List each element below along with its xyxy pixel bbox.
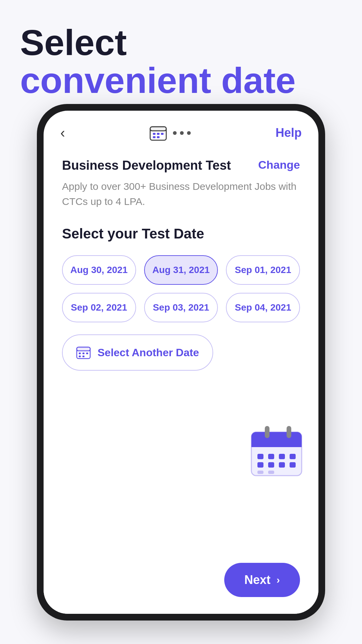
svg-rect-5	[161, 133, 164, 135]
next-label: Next	[244, 573, 270, 587]
svg-rect-28	[290, 462, 296, 468]
hero-title-block: Select convenient date	[0, 0, 362, 100]
svg-rect-12	[82, 353, 84, 354]
help-button[interactable]: Help	[276, 126, 302, 140]
section-title: Select your Test Date	[62, 226, 300, 242]
svg-rect-26	[268, 462, 274, 468]
svg-rect-22	[268, 454, 274, 459]
calendar-illustration	[245, 419, 312, 486]
svg-rect-19	[265, 426, 269, 438]
phone-screen: ‹	[44, 111, 318, 614]
phone-frame: ‹	[37, 104, 325, 621]
page-background: Select convenient date ‹	[0, 0, 362, 644]
next-chevron-icon: ›	[277, 574, 280, 586]
phone-container: ‹	[37, 104, 325, 621]
svg-rect-1	[150, 127, 166, 131]
hero-line1: Select	[20, 23, 342, 61]
svg-rect-18	[251, 441, 302, 447]
svg-rect-3	[153, 133, 156, 135]
svg-rect-23	[279, 454, 285, 459]
date-sep02[interactable]: Sep 02, 2021	[62, 293, 136, 322]
dot1	[173, 131, 177, 135]
dot2	[180, 131, 184, 135]
svg-rect-27	[279, 462, 285, 468]
date-sep04[interactable]: Sep 04, 2021	[226, 293, 300, 322]
test-title: Business Development Test	[62, 158, 231, 173]
nav-dots	[173, 131, 191, 135]
nav-center	[149, 124, 191, 142]
svg-rect-11	[79, 353, 81, 354]
date-grid: Aug 30, 2021Aug 31, 2021Sep 01, 2021Sep …	[62, 255, 300, 322]
select-another-label: Select Another Date	[98, 346, 199, 359]
svg-rect-7	[157, 136, 160, 138]
svg-rect-4	[157, 133, 160, 135]
next-button[interactable]: Next ›	[224, 563, 300, 597]
svg-rect-25	[257, 462, 263, 468]
date-aug31[interactable]: Aug 31, 2021	[144, 255, 218, 285]
date-sep01[interactable]: Sep 01, 2021	[226, 255, 300, 285]
test-description: Apply to over 300+ Business Development …	[62, 179, 300, 209]
svg-rect-30	[268, 471, 274, 474]
svg-rect-9	[77, 347, 90, 351]
svg-rect-14	[79, 356, 81, 357]
svg-rect-13	[86, 353, 88, 354]
bottom-bar: Next ›	[44, 553, 318, 614]
hero-line2: convenient date	[20, 61, 342, 99]
date-sep03[interactable]: Sep 03, 2021	[144, 293, 218, 322]
svg-rect-15	[82, 356, 84, 357]
nav-bar: ‹	[44, 111, 318, 148]
date-aug30[interactable]: Aug 30, 2021	[62, 255, 136, 285]
back-button[interactable]: ‹	[60, 125, 65, 141]
content-area: Business Development Test Change Apply t…	[44, 148, 318, 553]
svg-rect-20	[287, 426, 291, 438]
svg-rect-29	[257, 471, 263, 474]
calendar-icon	[149, 124, 167, 142]
select-another-date-button[interactable]: Select Another Date	[62, 334, 213, 371]
change-button[interactable]: Change	[251, 158, 300, 171]
svg-rect-6	[153, 136, 156, 138]
calendar-small-icon	[76, 345, 91, 360]
dot3	[187, 131, 191, 135]
svg-rect-21	[257, 454, 263, 459]
test-header: Business Development Test Change	[62, 158, 300, 173]
svg-rect-24	[290, 454, 296, 459]
